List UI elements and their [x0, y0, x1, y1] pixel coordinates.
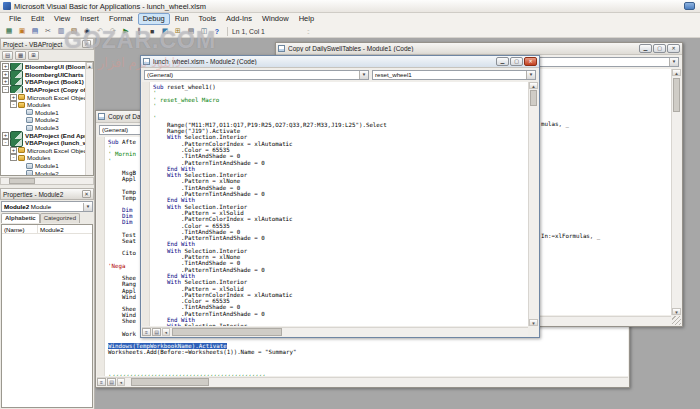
tree-horizontal-scrollbar[interactable]: [0, 177, 94, 185]
scroll-left-icon[interactable]: ◂: [117, 378, 125, 386]
close-button[interactable]: ✕: [667, 44, 680, 53]
tab-alphabetic[interactable]: Alphabetic: [1, 213, 40, 223]
scroll-up-icon[interactable]: ▲: [529, 82, 538, 89]
tree-item[interactable]: Module2: [1, 116, 93, 124]
menu-insert[interactable]: Insert: [75, 13, 104, 25]
collapse-icon[interactable]: -: [10, 101, 17, 108]
menu-view[interactable]: View: [49, 13, 75, 25]
expand-icon[interactable]: +: [2, 132, 9, 139]
insert-userform-icon[interactable]: ▣: [16, 26, 28, 37]
tree-item-label: VBAProject (lunch_whe: [25, 139, 93, 146]
properties-window-icon[interactable]: ▤: [185, 26, 197, 37]
scroll-up-icon[interactable]: ▲: [672, 69, 681, 76]
tab-categorized[interactable]: Categorized: [40, 213, 80, 223]
tree-item[interactable]: -Modules: [1, 101, 93, 109]
code-editor[interactable]: Sub reset_wheel1()'' reset_wheel Macro' …: [142, 82, 528, 326]
tree-item[interactable]: Module1: [1, 109, 93, 117]
expand-icon[interactable]: +: [10, 147, 17, 154]
expand-icon[interactable]: +: [2, 63, 9, 70]
project-panel-header[interactable]: Project - VBAProject ✕: [0, 38, 94, 50]
tree-item[interactable]: -Modules: [1, 154, 93, 162]
help-icon[interactable]: ?: [211, 26, 223, 37]
save-icon[interactable]: ▤: [29, 26, 41, 37]
view-excel-icon[interactable]: ▦: [3, 26, 15, 37]
full-module-view-icon[interactable]: ▤: [107, 378, 116, 386]
minimize-button[interactable]: ▁: [639, 44, 652, 53]
view-code-button[interactable]: ▤: [2, 51, 13, 60]
menu-file[interactable]: File: [4, 13, 26, 25]
folder-icon: [18, 94, 25, 100]
procedure-view-icon[interactable]: ≡: [97, 378, 106, 386]
scroll-left-icon[interactable]: ◂: [162, 328, 170, 336]
menu-debug[interactable]: Debug: [138, 13, 170, 25]
menu-addins[interactable]: Add-Ins: [221, 13, 257, 25]
property-value[interactable]: Module2: [38, 225, 92, 233]
code-window-lunch-wheel[interactable]: lunch_wheel.xlsm - Module2 (Code) ▁ ▢ ✕ …: [140, 55, 540, 338]
procedure-dropdown[interactable]: reset_wheel1 ▼: [372, 70, 536, 80]
tree-item[interactable]: +VBAProject (Book1): [1, 78, 93, 86]
cut-icon[interactable]: ✂: [42, 26, 54, 37]
tree-item[interactable]: Module3: [1, 124, 93, 132]
titlebar-button[interactable]: [684, 2, 695, 10]
menu-window[interactable]: Window: [257, 13, 294, 25]
tree-item[interactable]: +Microsoft Excel Objects: [1, 147, 93, 155]
menu-run[interactable]: Run: [170, 13, 194, 25]
properties-panel-header[interactable]: Properties - Module2 ✕: [0, 188, 94, 200]
tree-item[interactable]: +BloombergUICharts (Blo: [1, 71, 93, 79]
menu-help[interactable]: Help: [294, 13, 319, 25]
expand-icon[interactable]: +: [2, 78, 9, 85]
redo-icon[interactable]: ↷: [107, 26, 119, 37]
reset-icon[interactable]: ■: [146, 26, 158, 37]
expand-icon[interactable]: +: [2, 71, 9, 78]
tree-item[interactable]: +Microsoft Excel Objects: [1, 93, 93, 101]
find-icon[interactable]: ◉: [81, 26, 93, 37]
tree-item[interactable]: Module1: [1, 162, 93, 170]
close-icon[interactable]: ✕: [82, 190, 91, 198]
properties-object-dropdown[interactable]: Module2 Module ▼: [1, 201, 93, 212]
maximize-button[interactable]: ▢: [653, 44, 666, 53]
vertical-scrollbar[interactable]: ▲ ▼: [671, 69, 681, 315]
tree-item[interactable]: Module2: [1, 169, 93, 176]
scroll-down-icon[interactable]: ▼: [529, 319, 538, 326]
toolbar-grip[interactable]: ::: [307, 28, 309, 35]
break-icon[interactable]: ∥: [133, 26, 145, 37]
object-browser-icon[interactable]: ◫: [198, 26, 210, 37]
procedure-view-icon[interactable]: ≡: [142, 328, 151, 336]
tree-item[interactable]: +BloombergUI (Bloombe: [1, 63, 93, 71]
tree-item[interactable]: -VBAProject (Copy of Dai: [1, 86, 93, 94]
tree-item[interactable]: +VBAProject (End April 20: [1, 131, 93, 139]
maximize-button[interactable]: ▢: [510, 57, 523, 66]
middle-window-titlebar[interactable]: Copy of DailySwellTables - Module1 (Code…: [276, 43, 682, 55]
close-button[interactable]: ✕: [524, 57, 537, 66]
collapse-icon[interactable]: -: [10, 154, 17, 161]
design-mode-icon[interactable]: ◩: [159, 26, 171, 37]
object-dropdown[interactable]: (General) ▼: [144, 70, 369, 80]
run-icon[interactable]: ▶: [120, 26, 132, 37]
close-icon[interactable]: ✕: [82, 40, 91, 48]
full-module-view-icon[interactable]: ▤: [152, 328, 161, 336]
horizontal-scrollbar[interactable]: ≡ ▤ ◂: [97, 377, 628, 386]
scroll-up-icon[interactable]: ▲: [86, 62, 93, 69]
vertical-scrollbar[interactable]: ▲ ▼: [528, 82, 538, 326]
collapse-icon[interactable]: -: [2, 86, 9, 93]
copy-icon[interactable]: ▥: [55, 26, 67, 37]
project-explorer-icon[interactable]: ⊞: [172, 26, 184, 37]
scroll-down-icon[interactable]: ▼: [672, 308, 681, 315]
undo-icon[interactable]: ↶: [94, 26, 106, 37]
resize-grip[interactable]: [672, 316, 681, 325]
menu-edit[interactable]: Edit: [26, 13, 49, 25]
minimize-button[interactable]: ▁: [496, 57, 509, 66]
property-row[interactable]: (Name)Module2: [2, 225, 92, 234]
toggle-folders-button[interactable]: ⊞: [28, 51, 39, 60]
menu-format[interactable]: Format: [104, 13, 138, 25]
tree-item[interactable]: -VBAProject (lunch_whe: [1, 139, 93, 147]
tree-vertical-scrollbar[interactable]: ▲: [85, 62, 93, 175]
view-object-button[interactable]: ▦: [15, 51, 26, 60]
expand-icon[interactable]: +: [10, 94, 17, 101]
menu-tools[interactable]: Tools: [194, 13, 222, 25]
horizontal-scrollbar[interactable]: ≡ ▤ ◂: [142, 327, 528, 336]
collapse-icon[interactable]: -: [2, 139, 9, 146]
paste-icon[interactable]: ▧: [68, 26, 80, 37]
property-name: (Name): [2, 225, 38, 233]
front-window-titlebar[interactable]: lunch_wheel.xlsm - Module2 (Code) ▁ ▢ ✕: [141, 56, 539, 68]
